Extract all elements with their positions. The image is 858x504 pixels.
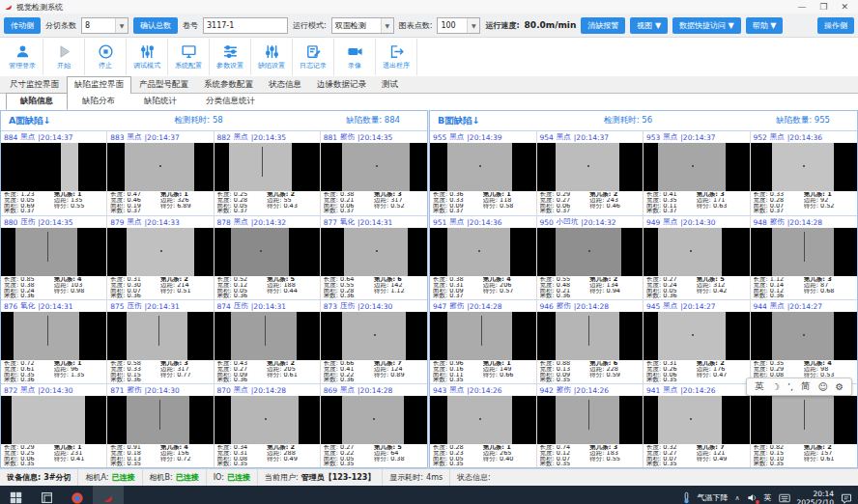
defect-cell[interactable]: 878黑点|20:14:32长度: 0.52宽度: 0.12面积: 0.05米数… (214, 215, 321, 299)
weather-text[interactable]: 气温下降 (697, 492, 728, 503)
chart-points-select[interactable]: 100▼ (437, 17, 480, 34)
defect-cell-header[interactable]: 950小凹坑|20:14:32 (537, 216, 644, 228)
defect-cell[interactable]: 883黑点|20:14:37长度: 0.47宽度: 0.46面积: 0.19米数… (107, 131, 214, 215)
view-menu-button[interactable]: 视图 ▼ (630, 17, 668, 34)
defect-cell[interactable]: 944黑点|20:14:27长度: 0.35宽度: 0.29面积: 0.08米数… (751, 299, 858, 383)
defect-cell-header[interactable]: 880压伤|20:14:35 (1, 216, 106, 228)
defect-thumbnail[interactable] (751, 312, 858, 360)
defect-thumbnail[interactable] (430, 143, 536, 191)
keyboard-icon[interactable] (779, 493, 790, 503)
defect-thumbnail[interactable] (321, 396, 427, 444)
defect-thumbnail[interactable] (107, 228, 213, 276)
defect-cell[interactable]: 954黑点|20:14:37长度: 0.29宽度: 0.27面积: 0.06米数… (537, 131, 644, 215)
defect-thumbnail[interactable] (430, 228, 536, 276)
defect-cell-header[interactable]: 874压伤|20:14:31 (214, 300, 320, 312)
defect-cell[interactable]: 953黑点|20:14:37长度: 0.41宽度: 0.35面积: 0.11米数… (644, 131, 751, 215)
admin-login-button[interactable]: 管理登录 (2, 39, 43, 75)
defect-cell[interactable]: 869黑点|20:14:28长度: 0.27宽度: 0.22面积: 0.05米数… (321, 383, 427, 467)
defect-thumbnail[interactable] (1, 143, 106, 191)
defect-thumbnail[interactable] (214, 312, 320, 360)
defect-cell[interactable]: 881擦伤|20:14:35长度: 0.38宽度: 0.21面积: 0.06米数… (321, 131, 427, 215)
parameter-settings-button[interactable]: 参数设置 (210, 39, 251, 75)
defect-thumbnail[interactable] (107, 396, 213, 444)
tab-size-monitor[interactable]: 尺寸监控界面 (2, 76, 67, 93)
defect-thumbnail[interactable] (644, 228, 750, 276)
defect-cell[interactable]: 877氧化|20:14:31长度: 0.64宽度: 0.55面积: 0.28米数… (321, 215, 427, 299)
defect-cell-header[interactable]: 872黑点|20:14:30 (1, 384, 106, 396)
hidden-icons-chevron[interactable]: ∧ (734, 494, 739, 502)
close-button[interactable]: ✕ (841, 0, 848, 14)
maximize-button[interactable]: ❐ (819, 0, 827, 14)
defect-settings-button[interactable]: 缺陷设置 (251, 39, 293, 75)
log-record-button[interactable]: 日志记录 (293, 39, 334, 75)
ime-language-indicator[interactable]: 英 (764, 492, 772, 503)
operator-side-button[interactable]: 操作侧 (817, 17, 854, 34)
defect-thumbnail[interactable] (214, 143, 320, 191)
defect-cell[interactable]: 952黑点|20:14:36长度: 0.33宽度: 0.28面积: 0.07米数… (751, 131, 858, 215)
defect-cell[interactable]: 873压伤|20:14:30长度: 0.66宽度: 0.41面积: 0.22米数… (321, 299, 427, 383)
defect-cell[interactable]: 882黑点|20:14:35长度: 0.25宽度: 0.28面积: 0.05米数… (214, 131, 321, 215)
subtab-class-info-statistics[interactable]: 分类信息统计 (191, 93, 270, 110)
defect-cell[interactable]: 940擦伤|20:14:26长度: 0.82宽度: 0.15面积: 0.10米数… (751, 383, 858, 467)
help-menu-button[interactable]: 帮助 ▼ (746, 17, 784, 34)
defect-thumbnail[interactable] (537, 143, 644, 191)
defect-cell[interactable]: 943黑点|20:14:26长度: 0.28宽度: 0.23面积: 0.05米数… (430, 383, 537, 467)
defect-thumbnail[interactable] (214, 228, 320, 276)
ime-emoji-icon[interactable]: ☺ (818, 381, 828, 392)
defect-cell[interactable]: 945黑点|20:14:27长度: 0.31宽度: 0.26面积: 0.06米数… (644, 299, 751, 383)
data-quick-access-button[interactable]: 数据快捷访问 ▼ (672, 17, 741, 34)
defect-thumbnail[interactable] (1, 396, 106, 444)
defect-cell-header[interactable]: 951黑点|20:14:36 (430, 216, 536, 228)
defect-thumbnail[interactable] (1, 312, 106, 360)
defect-cell[interactable]: 871擦伤|20:14:30长度: 0.91宽度: 0.18面积: 0.13米数… (107, 383, 214, 467)
ime-punctuation-toggle[interactable]: ’, (787, 381, 793, 392)
defect-cell-header[interactable]: 955黑点|20:14:39 (430, 131, 536, 143)
start-button[interactable] (0, 486, 31, 504)
defect-cell[interactable]: 941黑点|20:14:26长度: 0.32宽度: 0.27面积: 0.07米数… (644, 383, 751, 467)
ime-settings-gear-icon[interactable]: ⚙ (835, 381, 844, 392)
defect-thumbnail[interactable] (751, 396, 858, 444)
defect-cell[interactable]: 951黑点|20:14:36长度: 0.38宽度: 0.31面积: 0.09米数… (430, 215, 537, 299)
run-mode-select[interactable]: 双面检测▼ (331, 17, 394, 34)
defect-cell[interactable]: 946擦伤|20:14:28长度: 0.88宽度: 0.13面积: 0.09米数… (537, 299, 644, 383)
defect-thumbnail[interactable] (430, 312, 536, 360)
defect-cell-header[interactable]: 882黑点|20:14:35 (214, 131, 320, 143)
confirm-total-button[interactable]: 确认总数 (133, 17, 178, 34)
defect-cell[interactable]: 876氧化|20:14:31长度: 0.72宽度: 0.61面积: 0.35米数… (1, 299, 107, 383)
defect-cell[interactable]: 955黑点|20:14:39长度: 0.36宽度: 0.33面积: 0.09米数… (430, 131, 537, 215)
defect-cell-header[interactable]: 876氧化|20:14:31 (1, 300, 106, 312)
action-center-icon[interactable] (841, 492, 852, 504)
task-view-button[interactable] (31, 486, 62, 504)
defect-cell-header[interactable]: 949黑点|20:14:30 (644, 216, 750, 228)
taskbar-app-inspection-active[interactable] (93, 486, 124, 504)
defect-thumbnail[interactable] (107, 312, 213, 360)
defect-cell[interactable]: 947擦伤|20:14:28长度: 0.96宽度: 0.16面积: 0.11米数… (430, 299, 537, 383)
tab-test[interactable]: 测试 (374, 76, 406, 93)
defect-cell-header[interactable]: 954黑点|20:14:37 (537, 131, 644, 143)
defect-cell-header[interactable]: 945黑点|20:14:27 (644, 300, 750, 312)
defect-cell[interactable]: 884黑点|20:14:37长度: 1.23宽度: 0.05面积: 0.69米数… (1, 131, 107, 215)
defect-thumbnail[interactable] (430, 396, 536, 444)
tab-system-param-config[interactable]: 系统参数配置 (196, 76, 261, 93)
defect-thumbnail[interactable] (321, 312, 427, 360)
defect-cell[interactable]: 874压伤|20:14:31长度: 0.43宽度: 0.27面积: 0.09米数… (214, 299, 321, 383)
defect-cell[interactable]: 942擦伤|20:14:26长度: 0.74宽度: 0.12面积: 0.07米数… (537, 383, 644, 467)
defect-thumbnail[interactable] (644, 143, 750, 191)
defect-thumbnail[interactable] (644, 312, 750, 360)
defect-cell-header[interactable]: 870黑点|20:14:28 (214, 384, 320, 396)
record-video-button[interactable]: 录像 (334, 39, 376, 75)
ime-simplified-toggle[interactable]: 简 (801, 380, 811, 393)
system-config-button[interactable]: 系统配置 (168, 39, 210, 75)
debug-mode-button[interactable]: 调试模式 (127, 39, 168, 75)
defect-cell-header[interactable]: 871擦伤|20:14:30 (107, 384, 213, 396)
defect-cell[interactable]: 948擦伤|20:14:28长度: 1.12宽度: 0.14面积: 0.12米数… (751, 215, 858, 299)
defect-cell-header[interactable]: 873压伤|20:14:30 (321, 300, 427, 312)
defect-cell-header[interactable]: 953黑点|20:14:37 (644, 131, 750, 143)
tab-status-info[interactable]: 状态信息 (261, 76, 309, 93)
defect-cell-header[interactable]: 879黑点|20:14:33 (107, 216, 213, 228)
defect-cell[interactable]: 950小凹坑|20:14:32长度: 0.55宽度: 0.48面积: 0.21米… (537, 215, 644, 299)
start-button[interactable]: 开始 (43, 39, 85, 75)
defect-cell[interactable]: 872黑点|20:14:30长度: 0.29宽度: 0.25面积: 0.06米数… (1, 383, 107, 467)
defect-thumbnail[interactable] (751, 228, 858, 276)
tab-product-model-config[interactable]: 产品型号配置 (131, 76, 196, 93)
